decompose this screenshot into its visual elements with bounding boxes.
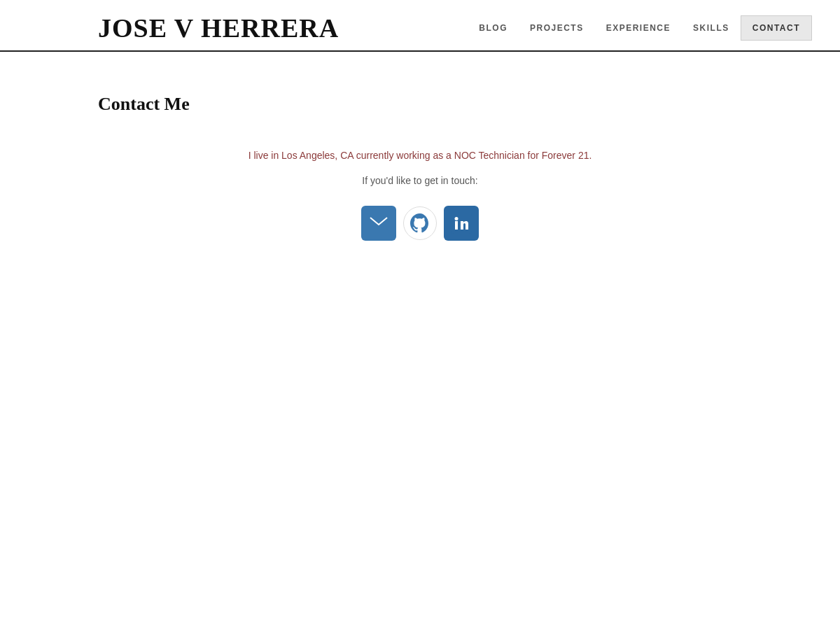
contact-section: I live in Los Angeles, CA currently work… [98,150,742,241]
github-link[interactable] [403,206,437,240]
nav-projects[interactable]: PROJECTS [519,16,595,40]
linkedin-link[interactable] [444,206,479,241]
main-content: Contact Me I live in Los Angeles, CA cur… [0,52,840,269]
svg-point-2 [405,208,435,239]
linkedin-icon [451,213,472,234]
nav-blog[interactable]: BLOG [468,16,519,40]
social-icons-row [361,206,479,241]
svg-point-5 [455,217,458,220]
site-header: JOSE V HERRERA BLOG PROJECTS EXPERIENCE … [0,0,840,52]
github-icon [405,208,435,239]
email-icon [370,216,388,230]
page-title: Contact Me [98,94,742,115]
svg-rect-4 [455,221,458,230]
email-link[interactable] [361,206,396,241]
site-title: JOSE V HERRERA [98,13,339,43]
intro-text: I live in Los Angeles, CA currently work… [248,150,592,161]
main-nav: BLOG PROJECTS EXPERIENCE SKILLS CONTACT [468,15,812,41]
nav-experience[interactable]: EXPERIENCE [595,16,682,40]
touch-text: If you'd like to get in touch: [362,175,477,186]
nav-contact[interactable]: CONTACT [741,15,812,41]
nav-skills[interactable]: SKILLS [682,16,741,40]
svg-rect-0 [370,216,388,230]
